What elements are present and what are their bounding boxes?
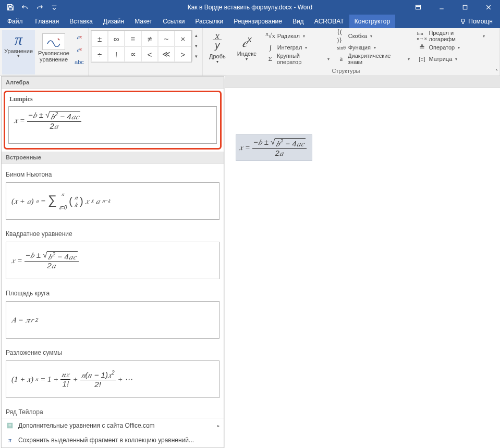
more-equations-office-button[interactable]: Дополнительные уравнения с сайта Office.… [2,418,224,433]
pi-save-icon: π [6,436,14,444]
integral-button[interactable]: ∫Интеграл▾ [264,42,332,53]
equation-gallery-button[interactable]: π Уравнение ▾ [2,30,35,74]
svg-rect-0 [416,5,420,9]
equation-circle: 𝐴 = 𝜋𝑟2 [11,316,38,325]
lightbulb-icon [460,18,466,24]
function-button[interactable]: sinθФункция▾ [335,42,412,53]
struct-col-3: limn→∞Предел и логарифм▾ ≜Оператор▾ [::]… [415,30,487,65]
tab-design[interactable]: Дизайн [98,15,129,28]
undo-button[interactable] [18,0,32,15]
symbol-plusminus[interactable]: ± [91,31,108,46]
tab-mailings[interactable]: Рассылки [190,15,228,28]
dropdown-footer: Дополнительные уравнения с сайта Office.… [2,418,224,447]
structures-group-label: Структуры [205,67,487,74]
tab-review[interactable]: Рецензирование [228,15,287,28]
integral-icon: ∫ [266,43,275,52]
close-button[interactable] [477,0,500,15]
struct-col-2: {( )}Скобка▾ sinθФункция▾ äДиакритически… [335,30,412,65]
footer-office-label: Дополнительные уравнения с сайта Office.… [18,422,155,429]
symbols-prev-button[interactable]: ▴ [192,30,200,41]
equation-card-binom[interactable]: (𝑥 + 𝑎)𝑛 = ∑𝑛𝑘=0 (𝑛𝑘) 𝑥𝑘𝑎𝑛−𝑘 [6,182,219,220]
equation-card-sum-exp[interactable]: (1 + 𝑥)𝑛 = 1 + 𝑛𝑥1! + 𝑛(𝑛 − 1)𝑥22! + ⋯ [6,360,219,398]
tab-insert[interactable]: Вставка [64,15,98,28]
ink-equation-button[interactable]: Рукописное уравнение [36,30,71,74]
equation-card-quad[interactable]: 𝑥 = −𝑏 ± √𝑏2 − 4𝑎𝑐2𝑎 [6,242,219,279]
ribbon-tab-bar: Файл Главная Вставка Дизайн Макет Ссылки… [0,15,500,28]
ink-icon [42,33,65,50]
symbol-greater[interactable]: > [175,46,191,62]
equation-card-circle[interactable]: 𝐴 = 𝜋𝑟2 [6,301,219,339]
save-selection-button[interactable]: π Сохранить выделенный фрагмент в коллек… [2,433,224,447]
equation-gallery-dropdown: Алгебра Lumpics 𝑥 = −𝑏 ± √𝑏2 − 4𝑎𝑐2𝑎 Вст… [1,76,224,448]
qat-customize-button[interactable] [47,0,62,15]
dropdown-header-algebra: Алгебра [2,77,224,89]
symbol-tilde[interactable]: ~ [158,31,175,46]
tab-references[interactable]: Ссылки [157,15,190,28]
radical-button[interactable]: n√xРадикал▾ [264,30,332,42]
category-label: Lumpics [5,92,220,105]
accent-button[interactable]: äДиакритические знаки▾ [335,53,412,65]
chevron-down-icon: ▾ [17,53,20,58]
help-label: Помощн [468,18,493,25]
tab-home[interactable]: Главная [30,15,65,28]
tab-view[interactable]: Вид [287,15,309,28]
category-sum-exp: Разложение суммы [2,342,224,359]
chevron-down-icon: ▾ [237,57,257,61]
title-bar: Как в Ворде вставить формулу.docx - Word [0,0,500,15]
professional-format-button[interactable]: 𝑒x [74,31,85,43]
pi-icon: π [15,31,22,48]
linear-format-button[interactable]: 𝑒x [74,44,85,55]
dropdown-scroll[interactable]: Lumpics 𝑥 = −𝑏 ± √𝑏2 − 4𝑎𝑐2𝑎 Встроенные … [2,89,224,418]
bracket-icon: {( )} [337,28,346,44]
help-button[interactable]: Помощн [453,15,500,28]
large-operator-button[interactable]: ΣКрупный оператор▾ [264,53,332,65]
bracket-button[interactable]: {( )}Скобка▾ [335,30,412,42]
category-taylor: Ряд Тейлора [2,401,224,418]
chevron-down-icon: ▾ [209,59,226,64]
matrix-button[interactable]: [::]Матрица▾ [415,53,487,65]
equation-binom: (𝑥 + 𝑎)𝑛 = ∑𝑛𝑘=0 (𝑛𝑘) 𝑥𝑘𝑎𝑛−𝑘 [11,191,111,211]
limit-icon: limn→∞ [417,31,426,41]
symbol-muchless[interactable]: ≪ [158,46,175,62]
symbol-factorial[interactable]: ! [108,46,125,62]
symbol-infinity[interactable]: ∞ [108,31,125,46]
tab-equation-design[interactable]: Конструктор [349,15,395,28]
document-area[interactable]: 𝑥 = −𝑏 ± √𝑏2 − 4𝑎𝑐2𝑎 [225,76,500,448]
window-controls [406,0,500,15]
ribbon: π Уравнение ▾ Рукописное уравнение 𝑒x 𝑒x… [0,28,500,76]
struct-col-1: n√xРадикал▾ ∫Интеграл▾ ΣКрупный оператор… [264,30,332,65]
symbol-propto[interactable]: ∝ [125,46,141,62]
group-tools: π Уравнение ▾ Рукописное уравнение 𝑒x 𝑒x… [0,28,89,76]
tab-acrobat[interactable]: ACROBAT [309,15,349,28]
tab-layout[interactable]: Макет [129,15,157,28]
function-icon: sinθ [337,45,346,51]
limit-log-button[interactable]: limn→∞Предел и логарифм▾ [415,30,487,42]
symbol-times[interactable]: × [175,31,191,46]
operator-button[interactable]: ≜Оператор▾ [415,42,487,53]
maximize-button[interactable] [453,0,477,15]
ribbon-collapse-button[interactable] [406,0,430,15]
symbol-less[interactable]: < [141,46,158,62]
save-button[interactable] [3,0,18,15]
index-button[interactable]: 𝑒x Индекс ▾ [233,30,261,63]
redo-button[interactable] [32,0,47,15]
symbols-next-button[interactable]: ▾ [192,41,200,51]
equation-in-body[interactable]: 𝑥 = −𝑏 ± √𝑏2 − 4𝑎𝑐2𝑎 [236,134,312,161]
symbol-equals[interactable]: = [125,31,141,46]
symbols-more-button[interactable]: ▾ [192,51,200,61]
quick-access-toolbar [0,0,65,15]
equation-card-lumpics[interactable]: Lumpics 𝑥 = −𝑏 ± √𝑏2 − 4𝑎𝑐2𝑎 [4,91,222,150]
svg-point-2 [461,19,465,22]
symbol-divide[interactable]: ÷ [91,46,108,62]
normal-text-button[interactable]: abc [74,56,85,68]
symbol-notequals[interactable]: ≠ [141,31,158,46]
group-structures: xy Дробь ▾ 𝑒x Индекс ▾ n√xРадикал▾ ∫Инте… [203,28,500,76]
footer-save-label: Сохранить выделенный фрагмент в коллекци… [18,437,194,444]
tab-file[interactable]: Файл [0,15,30,28]
minimize-button[interactable] [430,0,453,15]
category-quad: Квадратное уравнение [2,223,224,241]
office-icon [6,421,14,430]
ribbon-collapse-toggle[interactable]: ˄ [495,69,498,74]
convert-stack: 𝑒x 𝑒x abc [72,30,86,74]
fraction-button[interactable]: xy Дробь ▾ [205,30,230,65]
